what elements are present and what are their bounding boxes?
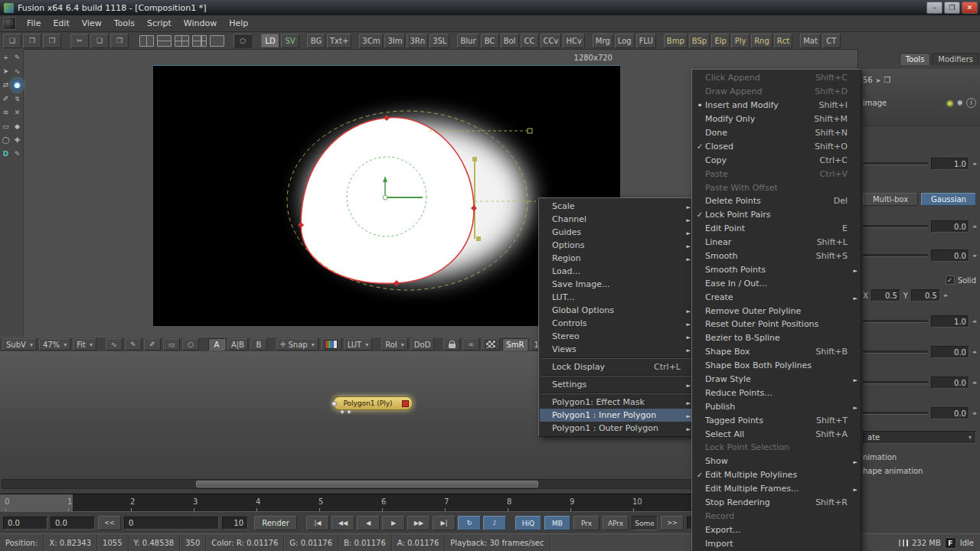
lut-dropdown[interactable]: LUT [344, 338, 373, 350]
layout-quad-icon[interactable] [175, 35, 189, 47]
polygon-node[interactable]: Polygon1 (Ply) [333, 396, 413, 410]
color-curves-tool-button[interactable]: CCv [541, 34, 562, 48]
diamond-tool-button[interactable]: ◆ [11, 120, 23, 132]
menu-item[interactable]: Export... [693, 523, 860, 536]
menubar-item[interactable]: View [76, 16, 108, 31]
stepper-icon[interactable] [972, 253, 976, 259]
menu-item[interactable]: Remove Outer Polyline [693, 304, 860, 318]
crosshair-tool-button[interactable]: ✚ [11, 134, 23, 146]
menu-item[interactable]: Show [693, 455, 860, 468]
subview-dropdown[interactable]: SubV [2, 338, 37, 350]
slider-6[interactable] [863, 412, 928, 415]
range-end-field[interactable]: 10 [222, 517, 248, 530]
gear-icon[interactable] [957, 99, 963, 107]
dod-button[interactable]: DoD [410, 338, 435, 350]
hue-curves-tool-button[interactable]: HCv [563, 34, 584, 48]
slider-1[interactable] [863, 225, 928, 228]
layout-single-icon[interactable] [210, 35, 224, 47]
layout-split-horizontal-icon[interactable] [157, 35, 172, 47]
ellipse-view-button[interactable] [182, 338, 199, 350]
menu-item[interactable]: Shape Box Both Polylines [693, 359, 860, 373]
menu-item[interactable]: Polygon1 : Outer Polygon [540, 422, 693, 435]
flow-horizontal-scrollbar[interactable] [2, 479, 692, 489]
slider-3[interactable] [863, 320, 928, 323]
menu-item[interactable]: Scale [540, 200, 693, 213]
merge-tool-button[interactable]: Mrg [593, 34, 613, 48]
smr-button[interactable]: SmR [502, 338, 528, 350]
snap-dropdown[interactable]: Snap [276, 338, 318, 350]
delete-points-tool-button[interactable]: ✕ [11, 106, 23, 119]
add-points-tool-button[interactable]: + [0, 51, 11, 64]
menubar-item[interactable]: File [21, 16, 47, 31]
layout-split-vertical-icon[interactable] [139, 35, 154, 47]
y-value[interactable]: 0.5 [911, 289, 940, 302]
menu-item[interactable]: Copy Ctrl+C [693, 153, 860, 167]
pair-tool-button[interactable]: ⇄ [0, 79, 11, 91]
bol-tool-button[interactable]: Bol [501, 34, 519, 48]
menubar-item[interactable]: Edit [47, 16, 75, 31]
menu-item[interactable]: Lock Point Pairs [693, 208, 860, 222]
menu-item[interactable]: Load... [540, 265, 693, 278]
step-forward-button[interactable]: ▶▶ [407, 516, 430, 530]
text-plus-tool-button[interactable]: Txt+ [327, 34, 351, 48]
stepper-icon[interactable] [972, 410, 976, 416]
depth-tool-button[interactable]: D [0, 148, 11, 160]
value-5[interactable]: 0.0 [931, 377, 969, 389]
animate-dropdown[interactable]: ate [863, 431, 976, 444]
render-button[interactable]: Render [254, 516, 297, 530]
value-1[interactable]: 0.0 [931, 220, 969, 233]
menubar-item[interactable]: Tools [108, 16, 141, 31]
menu-item[interactable]: Select All Shift+A [693, 427, 860, 441]
menu-item[interactable]: Bezier to B-Spline [693, 331, 860, 345]
menu-item[interactable]: Channel [540, 213, 693, 226]
blur-tool-button[interactable]: Blur [457, 34, 479, 48]
menu-item[interactable]: Ease In / Out... [693, 276, 860, 290]
lock-view-button[interactable] [443, 338, 460, 350]
menu-item[interactable]: Global Options [540, 304, 693, 317]
stepper-icon[interactable] [972, 349, 976, 355]
roi-button[interactable]: RoI [381, 338, 408, 350]
menubar-item[interactable]: Help [223, 16, 254, 31]
rectangle-mask-tool-button[interactable]: Rct [774, 34, 792, 48]
camera3d-tool-button[interactable]: 3Cm [359, 34, 383, 48]
ellipse-mask-tool-button[interactable]: Elp [711, 34, 730, 48]
some-button[interactable]: Some [632, 516, 658, 530]
first-frame-button[interactable]: |◀ [306, 516, 329, 530]
render-start-field[interactable]: 0.0 [51, 517, 95, 530]
tab-tools[interactable]: Tools [900, 53, 931, 65]
ranges-mask-tool-button[interactable]: Rng [751, 34, 773, 48]
save-comp-icon[interactable]: ❒ [43, 34, 61, 48]
open-comp-icon[interactable]: ❐ [23, 34, 41, 48]
menu-item[interactable]: Shape Box Shift+B [693, 345, 860, 359]
rgb-channels-button[interactable] [321, 338, 341, 350]
menu-item[interactable]: Views [540, 343, 693, 356]
menubar-item[interactable]: Script [141, 16, 178, 31]
menubar-item[interactable]: Window [178, 16, 223, 31]
menu-item[interactable]: Stop Rendering Shift+R [693, 496, 860, 510]
scrollbar-thumb[interactable] [196, 481, 538, 487]
log-tool-button[interactable]: Log [615, 34, 635, 48]
spline-tool-button[interactable]: ↯ [11, 93, 23, 105]
ct-tool-button[interactable]: CT [822, 34, 841, 48]
rectangle-tool-button[interactable]: ▭ [0, 120, 11, 132]
smooth-tool-button[interactable]: ≋ [0, 106, 11, 119]
feather-corner-handle[interactable] [528, 129, 532, 133]
loop-button[interactable]: ↻ [458, 516, 481, 530]
menu-item[interactable]: Smooth Points [693, 262, 860, 276]
cut-icon[interactable]: ✂ [70, 34, 89, 48]
menu-item[interactable]: Save Image... [540, 278, 693, 291]
menu-item[interactable]: Edit Multiple Frames... [693, 482, 860, 496]
saver-tool-button[interactable]: SV [281, 34, 299, 48]
menu-item[interactable]: Options [540, 239, 693, 252]
spline-view-button[interactable] [106, 338, 122, 350]
value-4[interactable]: 0.0 [931, 346, 969, 358]
menu-item[interactable]: Insert and Modify Shift+I [693, 99, 860, 112]
curve-tool-button[interactable]: ∿ [11, 65, 23, 77]
menu-item[interactable]: Region [540, 252, 693, 265]
tab-modifiers[interactable]: Modifiers [932, 53, 979, 65]
menu-item[interactable]: Controls [540, 317, 693, 330]
zoom-dropdown[interactable]: 47% [39, 338, 70, 350]
last-frame-button[interactable]: ▶| [433, 516, 456, 530]
fit-dropdown[interactable]: Fit [73, 338, 96, 350]
flu-tool-button[interactable]: FLU [636, 34, 656, 48]
